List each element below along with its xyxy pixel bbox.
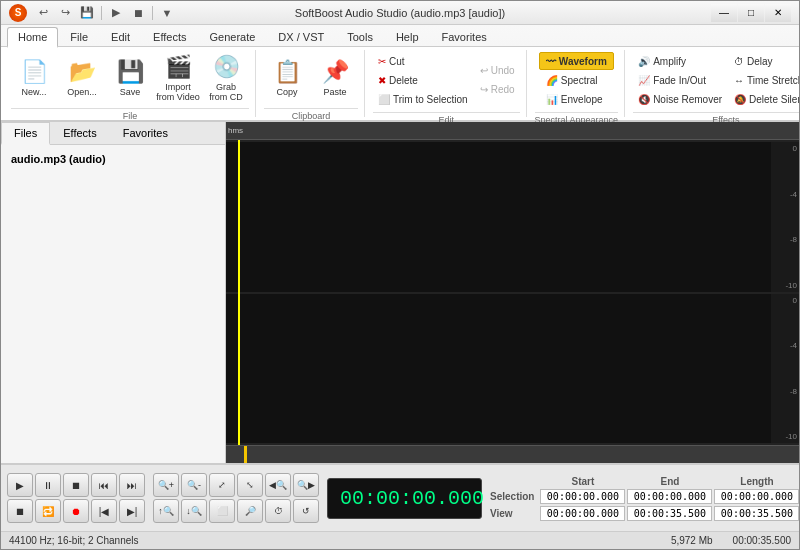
spectral-icon: 🌈: [546, 75, 558, 86]
panel-tab-favorites[interactable]: Favorites: [110, 122, 181, 144]
minimize-button[interactable]: —: [711, 4, 737, 22]
ribbon-group-appearance-content: 〰 Waveform 🌈 Spectral 📊 Envelope: [539, 50, 614, 110]
tab-dxvst[interactable]: DX / VST: [267, 27, 335, 46]
tab-home[interactable]: Home: [7, 27, 58, 48]
ribbon-group-file: 📄 New... 📂 Open... 💾 Save 🎬 Importfrom V…: [5, 50, 256, 117]
new-button[interactable]: 📄 New...: [11, 52, 57, 104]
spectral-button[interactable]: 🌈 Spectral: [539, 71, 614, 89]
noiseremover-icon: 🔇: [638, 94, 650, 105]
tab-tools[interactable]: Tools: [336, 27, 384, 46]
waveform-button[interactable]: 〰 Waveform: [539, 52, 614, 70]
ruler-marks-container: [247, 122, 797, 139]
pause-button[interactable]: ⏸: [35, 473, 61, 497]
transport-buttons: ▶ ⏸ ⏹ ⏮ ⏭ ⏹ 🔁 ⏺ |◀ ▶|: [7, 473, 145, 523]
qat-save[interactable]: 💾: [77, 4, 97, 22]
delete-button[interactable]: ✖ Delete: [373, 71, 473, 89]
fadeinout-button[interactable]: 📈 Fade In/Out: [633, 71, 727, 89]
effects-col1: 🔊 Amplify 📈 Fade In/Out 🔇 Noise Remover: [633, 52, 727, 108]
stop-button[interactable]: ⏹: [63, 473, 89, 497]
maximize-button[interactable]: □: [738, 4, 764, 22]
envelope-label: Envelope: [561, 94, 603, 105]
play-button[interactable]: ▶: [7, 473, 33, 497]
qat-dropdown[interactable]: ▼: [157, 4, 177, 22]
delay-button[interactable]: ⏱ Delay: [729, 52, 800, 70]
zoom-in-button[interactable]: 🔍+: [153, 473, 179, 497]
import-button[interactable]: 🎬 Importfrom Video: [155, 52, 201, 104]
zoom-prev-button[interactable]: ◀🔍: [265, 473, 291, 497]
cut-button[interactable]: ✂ Cut: [373, 52, 473, 70]
db-scale-1: 0 -4 -8 -10: [771, 142, 799, 292]
tab-edit[interactable]: Edit: [100, 27, 141, 46]
noiseremover-label: Noise Remover: [653, 94, 722, 105]
status-right: 5,972 Mb 00:00:35.500: [671, 535, 791, 546]
start-button[interactable]: |◀: [91, 499, 117, 523]
tab-help[interactable]: Help: [385, 27, 430, 46]
zoom-out-button[interactable]: 🔍-: [181, 473, 207, 497]
file-group-label: File: [11, 108, 249, 121]
transport-bar: ▶ ⏸ ⏹ ⏮ ⏭ ⏹ 🔁 ⏺ |◀ ▶| 🔍+ 🔍- ⤢ ⤡ ◀🔍: [1, 463, 799, 531]
panel-tab-effects[interactable]: Effects: [50, 122, 109, 144]
open-button[interactable]: 📂 Open...: [59, 52, 105, 104]
zoom-fit-button[interactable]: ⤡: [237, 473, 263, 497]
edit-col-undoredo: ↩ Undo ↪ Redo: [475, 62, 520, 99]
vzoom-fit-button[interactable]: ⬜: [209, 499, 235, 523]
waveform-panel: hms 0 -4 -8 -10: [226, 122, 799, 463]
transport-row-2: ⏹ 🔁 ⏺ |◀ ▶|: [7, 499, 145, 523]
selection-start: 00:00:00.000: [540, 489, 625, 504]
ribbon-group-effects-content: 🔊 Amplify 📈 Fade In/Out 🔇 Noise Remover: [633, 50, 800, 110]
waveform-track-2[interactable]: 0 -4 -8 -10: [226, 294, 799, 444]
record-button[interactable]: ⏺: [63, 499, 89, 523]
file-item[interactable]: audio.mp3 (audio): [5, 149, 221, 169]
amplify-label: Amplify: [653, 56, 686, 67]
prev-button[interactable]: ⏮: [91, 473, 117, 497]
window-title: SoftBoost Audio Studio (audio.mp3 [audio…: [295, 7, 505, 19]
vzoom-out-button[interactable]: ↓🔍: [181, 499, 207, 523]
tab-effects[interactable]: Effects: [142, 27, 197, 46]
qat-redo[interactable]: ↪: [55, 4, 75, 22]
waveform-canvas-2: [226, 294, 799, 444]
reset-zoom-button[interactable]: ↺: [293, 499, 319, 523]
copy-button[interactable]: 📋 Copy: [264, 52, 310, 104]
time-zoom-button[interactable]: ⏱: [265, 499, 291, 523]
qat-undo[interactable]: ↩: [33, 4, 53, 22]
qat-play[interactable]: ▶: [106, 4, 126, 22]
undo-icon: ↩: [480, 65, 488, 76]
selection-end: 00:00:00.000: [627, 489, 712, 504]
waveform-track-1[interactable]: 0 -4 -8 -10: [226, 142, 799, 292]
tab-file[interactable]: File: [59, 27, 99, 46]
sel-zoom-button[interactable]: 🔎: [237, 499, 263, 523]
redo-button[interactable]: ↪ Redo: [475, 81, 520, 99]
amplify-button[interactable]: 🔊 Amplify: [633, 52, 727, 70]
tab-generate[interactable]: Generate: [198, 27, 266, 46]
undo-button[interactable]: ↩ Undo: [475, 62, 520, 80]
zoom-next-button[interactable]: 🔍▶: [293, 473, 319, 497]
status-size: 5,972 Mb: [671, 535, 713, 546]
delete-icon: ✖: [378, 75, 386, 86]
timestretch-button[interactable]: ↔ Time Stretch: [729, 71, 800, 89]
vzoom-in-button[interactable]: ↑🔍: [153, 499, 179, 523]
stop2-button[interactable]: ⏹: [7, 499, 33, 523]
ribbon-content: 📄 New... 📂 Open... 💾 Save 🎬 Importfrom V…: [1, 46, 799, 120]
copy-icon: 📋: [274, 59, 301, 85]
playhead: [244, 446, 247, 463]
next-button[interactable]: ⏭: [119, 473, 145, 497]
qat-stop[interactable]: ⏹: [128, 4, 148, 22]
loop-button[interactable]: 🔁: [35, 499, 61, 523]
tab-favorites[interactable]: Favorites: [431, 27, 498, 46]
deletesilence-button[interactable]: 🔕 Delete Silence: [729, 90, 800, 108]
close-button[interactable]: ✕: [765, 4, 791, 22]
panel-tab-bar: Files Effects Favorites: [1, 122, 225, 145]
envelope-button[interactable]: 📊 Envelope: [539, 90, 614, 108]
end-button[interactable]: ▶|: [119, 499, 145, 523]
zoom-sel-button[interactable]: ⤢: [209, 473, 235, 497]
save-button[interactable]: 💾 Save: [107, 52, 153, 104]
grab-button[interactable]: 💿 Grabfrom CD: [203, 52, 249, 104]
noiseremover-button[interactable]: 🔇 Noise Remover: [633, 90, 727, 108]
ribbon-group-file-content: 📄 New... 📂 Open... 💾 Save 🎬 Importfrom V…: [11, 50, 249, 106]
paste-label: Paste: [323, 87, 346, 97]
paste-button[interactable]: 📌 Paste: [312, 52, 358, 104]
window-controls: — □ ✕: [711, 4, 791, 22]
trim-button[interactable]: ⬜ Trim to Selection: [373, 90, 473, 108]
panel-tab-files[interactable]: Files: [1, 122, 50, 145]
info-header-start: Start: [540, 476, 625, 487]
